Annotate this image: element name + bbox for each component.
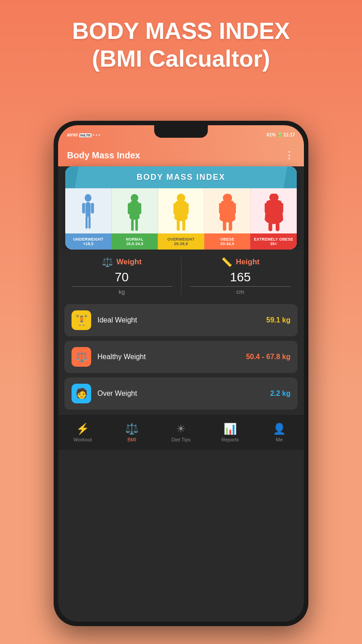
cat-obese: OBESE 30-34,9 — [204, 233, 251, 250]
nav-me[interactable]: 👤 Me — [255, 423, 304, 442]
bmi-chart-banner: BODY MASS INDEX — [65, 166, 297, 188]
background-title: BODY MASS INDEX (BMI Calcualtor) — [0, 0, 362, 80]
healthy-weight-label: Healthy Weight — [97, 353, 240, 361]
silhouette-obese — [217, 194, 238, 232]
notch — [154, 125, 208, 138]
height-input-col: 📏 Height 165 cm — [190, 257, 291, 295]
inputs-section: ⚖️ Weight 70 kg 📏 Height 165 cm — [58, 250, 304, 300]
input-divider — [181, 257, 181, 295]
svg-point-6 — [131, 194, 139, 202]
cat-normal: NORMAL 18,5-24,9 — [112, 233, 158, 250]
ideal-weight-label: Ideal Weight — [97, 316, 260, 324]
silhouette-underweight — [77, 194, 99, 232]
svg-rect-13 — [185, 203, 189, 215]
height-unit: cm — [236, 288, 244, 295]
bmi-chart-card: BODY MASS INDEX — [65, 166, 297, 250]
nav-workout[interactable]: ⚡ Workout — [58, 423, 107, 442]
cat-obese-label: OBESE — [206, 237, 249, 242]
svg-rect-19 — [223, 220, 226, 231]
silhouette-overweight — [170, 194, 192, 232]
bottom-nav: ⚡ Workout ⚖️ BMI ☀ Diet Tips 📊 Reports 👤… — [58, 414, 304, 450]
diet-tips-icon: ☀ — [176, 423, 186, 435]
cat-underweight: UNDERWEIGHT <18,5 — [65, 233, 112, 250]
svg-rect-4 — [86, 216, 88, 229]
healthy-weight-value: 50.4 - 67.8 kg — [246, 353, 290, 361]
cat-overweight: OVERWEIGHT 25-29,9 — [158, 233, 204, 250]
bmi-chart-title: BODY MASS INDEX — [137, 173, 226, 182]
cat-normal-range: 18,5-24,9 — [114, 242, 156, 246]
cat-overweight-range: 25-29,9 — [160, 242, 202, 246]
over-weight-row: 🧑 Over Weight 2.2 kg — [64, 377, 298, 410]
svg-rect-10 — [135, 219, 138, 231]
weight-label-row: ⚖️ Weight — [102, 257, 142, 267]
healthy-weight-icon: ⚖️ — [76, 351, 88, 363]
silhouette-normal — [124, 194, 145, 232]
phone-frame: airtel VoLTE ▪ ▪ ▪ 61% 🔋 11:17 Body Mass… — [54, 121, 308, 626]
svg-rect-8 — [138, 203, 142, 215]
over-weight-value: 2.2 kg — [270, 390, 290, 398]
cat-underweight-range: <18,5 — [67, 242, 110, 246]
weight-label: Weight — [117, 258, 142, 267]
svg-rect-14 — [177, 220, 180, 231]
svg-rect-18 — [232, 203, 236, 214]
svg-rect-15 — [182, 220, 185, 231]
title-line2: (BMI Calcualtor) — [27, 45, 335, 72]
results-section: 🏋 Ideal Weight 59.1 kg ⚖️ Healthy Weight… — [58, 300, 304, 414]
nav-reports[interactable]: 📊 Reports — [206, 423, 255, 442]
diet-tips-label: Diet Tips — [172, 437, 191, 442]
svg-rect-20 — [229, 220, 232, 231]
ideal-weight-icon: 🏋 — [76, 314, 88, 326]
height-label-row: 📏 Height — [221, 257, 260, 267]
bmi-figure-underweight — [65, 188, 112, 233]
bmi-figure-overweight — [158, 188, 205, 233]
cat-underweight-label: UNDERWEIGHT — [67, 237, 110, 242]
silhouette-extremely-obese — [263, 194, 285, 232]
me-label: Me — [276, 437, 282, 442]
me-icon: 👤 — [273, 423, 286, 435]
svg-rect-24 — [268, 222, 272, 231]
svg-rect-5 — [88, 216, 91, 229]
ideal-weight-icon-box: 🏋 — [72, 310, 91, 330]
svg-rect-25 — [275, 222, 279, 231]
cat-extremely-obese-label: EXTREMELY OBESE — [252, 237, 295, 242]
svg-rect-3 — [91, 203, 94, 214]
weight-unit: kg — [118, 288, 125, 295]
healthy-weight-icon-box: ⚖️ — [72, 347, 91, 367]
bmi-categories-row: UNDERWEIGHT <18,5 NORMAL 18,5-24,9 OVERW… — [65, 233, 297, 250]
ideal-weight-value: 59.1 kg — [266, 316, 290, 324]
ideal-weight-row: 🏋 Ideal Weight 59.1 kg — [64, 304, 298, 336]
svg-rect-12 — [173, 203, 177, 215]
app-title: Body Mass Index — [67, 150, 140, 161]
more-button[interactable]: ⋮ — [284, 149, 295, 161]
svg-rect-2 — [82, 203, 85, 214]
workout-label: Workout — [74, 437, 92, 442]
carrier-info: airtel VoLTE ▪ ▪ ▪ — [67, 132, 100, 137]
bmi-figure-normal — [112, 188, 158, 233]
bmi-figure-extremely-obese — [251, 188, 297, 233]
cat-extremely-obese: EXTREMELY OBESE 35< — [250, 233, 297, 250]
weight-input-col: ⚖️ Weight 70 kg — [72, 257, 172, 295]
over-weight-label: Over Weight — [97, 390, 264, 398]
over-weight-icon-box: 🧑 — [72, 384, 91, 403]
height-icon: 📏 — [221, 257, 232, 267]
nav-diet-tips[interactable]: ☀ Diet Tips — [156, 423, 206, 442]
bmi-figures-row — [65, 188, 297, 233]
svg-rect-1 — [86, 202, 91, 217]
cat-extremely-obese-range: 35< — [252, 242, 295, 246]
weight-value[interactable]: 70 — [72, 270, 172, 287]
svg-rect-23 — [280, 203, 283, 213]
nav-bmi[interactable]: ⚖️ BMI — [107, 423, 156, 442]
svg-rect-22 — [265, 203, 268, 213]
bmi-label: BMI — [127, 437, 136, 442]
height-value[interactable]: 165 — [190, 270, 291, 287]
reports-icon: 📊 — [223, 423, 237, 435]
cat-obese-range: 30-34,9 — [206, 242, 249, 246]
bmi-figure-obese — [204, 188, 251, 233]
svg-point-0 — [85, 194, 92, 202]
app-header: Body Mass Index ⋮ — [58, 144, 304, 166]
phone-screen: airtel VoLTE ▪ ▪ ▪ 61% 🔋 11:17 Body Mass… — [58, 125, 304, 622]
svg-rect-9 — [131, 219, 134, 231]
battery-time: 61% 🔋 11:17 — [267, 132, 295, 137]
healthy-weight-row: ⚖️ Healthy Weight 50.4 - 67.8 kg — [64, 341, 298, 373]
svg-rect-17 — [219, 203, 223, 214]
